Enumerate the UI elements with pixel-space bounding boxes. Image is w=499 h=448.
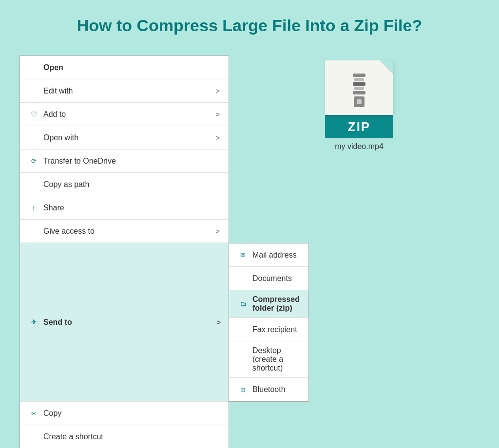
send-to-arrow: > bbox=[217, 318, 221, 326]
zip-tooth-4 bbox=[354, 87, 364, 90]
menu-label-copy: Copy bbox=[43, 409, 220, 418]
zip-tooth-3 bbox=[353, 82, 365, 86]
transfer-icon: ⟳ bbox=[29, 157, 38, 165]
zip-teeth bbox=[353, 74, 365, 94]
add-to-icon: ♡ bbox=[29, 110, 38, 119]
submenu-item-compressed[interactable]: 🗂 Compressed folder (zip) bbox=[229, 290, 308, 318]
menu-item-open[interactable]: Open bbox=[20, 56, 229, 79]
zip-label-text: ZIP bbox=[348, 119, 370, 134]
submenu: ✉ Mail address Documents 🗂 Compressed fo… bbox=[229, 243, 309, 402]
menu-item-create-shortcut[interactable]: Create a shortcut bbox=[20, 425, 229, 448]
bluetooth-icon: ⊟ bbox=[238, 386, 248, 393]
submenu-item-desktop[interactable]: Desktop (create a shortcut) bbox=[229, 341, 308, 378]
submenu-label-fax: Fax recipient bbox=[252, 325, 300, 334]
submenu-item-mail[interactable]: ✉ Mail address bbox=[229, 243, 308, 267]
page-title: How to Compress Large File Into a Zip Fi… bbox=[77, 15, 422, 36]
submenu-item-documents[interactable]: Documents bbox=[229, 267, 308, 290]
menu-label-share: Share bbox=[43, 204, 220, 212]
give-access-arrow: > bbox=[216, 227, 220, 235]
menu-item-edit-with[interactable]: Edit with > bbox=[20, 79, 229, 103]
menu-label-open: Open bbox=[43, 63, 220, 72]
zip-label-bar: ZIP bbox=[325, 115, 393, 138]
context-menu: Open Edit with > ♡ Add to > Open with > bbox=[19, 56, 229, 448]
submenu-item-bluetooth[interactable]: ⊟ Bluetooth bbox=[229, 378, 308, 401]
menu-item-give-access[interactable]: Give access to > bbox=[20, 220, 229, 243]
file-body bbox=[325, 60, 393, 115]
menu-label-open-with: Open with bbox=[43, 133, 212, 142]
submenu-label-mail: Mail address bbox=[252, 251, 300, 260]
menu-item-send-to[interactable]: ✈ Send to > bbox=[20, 243, 230, 402]
zip-inner bbox=[353, 74, 365, 107]
copy-icon: ✂ bbox=[29, 410, 38, 417]
file-corner-triangle bbox=[380, 60, 393, 74]
left-panel: Open Edit with > ♡ Add to > Open with > bbox=[19, 56, 229, 448]
menu-label-copy-as-path: Copy as path bbox=[43, 180, 220, 189]
menu-label-send-to: Send to bbox=[43, 318, 213, 327]
share-icon: ↑ bbox=[29, 204, 38, 212]
edit-with-arrow: > bbox=[216, 87, 220, 95]
menu-item-transfer[interactable]: ⟳ Transfer to OneDrive bbox=[20, 149, 229, 173]
zip-tooth-1 bbox=[353, 74, 365, 77]
context-menu-top: Open Edit with > ♡ Add to > Open with > bbox=[19, 56, 229, 448]
file-icon-container: ZIP my video.mp4 bbox=[325, 60, 393, 151]
zip-tooth-5 bbox=[353, 91, 365, 94]
menu-label-edit-with: Edit with bbox=[43, 87, 212, 95]
menu-label-create-shortcut: Create a shortcut bbox=[43, 432, 220, 441]
menu-label-give-access: Give access to bbox=[43, 227, 212, 236]
menu-item-copy-as-path[interactable]: Copy as path bbox=[20, 173, 229, 196]
file-name: my video.mp4 bbox=[335, 142, 384, 151]
mail-icon: ✉ bbox=[238, 251, 248, 259]
open-with-arrow: > bbox=[216, 134, 220, 142]
compressed-icon: 🗂 bbox=[238, 300, 248, 308]
menu-label-add-to: Add to bbox=[43, 110, 212, 119]
zip-tooth-2 bbox=[354, 78, 364, 81]
menu-item-add-to[interactable]: ♡ Add to > bbox=[20, 103, 229, 126]
zip-pull-inner bbox=[357, 99, 362, 104]
menu-label-transfer: Transfer to OneDrive bbox=[43, 157, 220, 166]
menu-item-share[interactable]: ↑ Share bbox=[20, 196, 229, 220]
submenu-label-compressed: Compressed folder (zip) bbox=[252, 295, 300, 313]
file-icon: ZIP bbox=[325, 60, 393, 138]
send-to-icon: ✈ bbox=[29, 318, 38, 326]
menu-item-copy[interactable]: ✂ Copy bbox=[20, 402, 229, 425]
submenu-item-fax[interactable]: Fax recipient bbox=[229, 318, 308, 341]
content-area: Open Edit with > ♡ Add to > Open with > bbox=[19, 56, 480, 448]
submenu-label-desktop: Desktop (create a shortcut) bbox=[252, 346, 300, 373]
right-panel: ZIP my video.mp4 bbox=[239, 56, 480, 161]
add-to-arrow: > bbox=[216, 111, 220, 118]
submenu-label-bluetooth: Bluetooth bbox=[252, 385, 300, 394]
menu-item-open-with[interactable]: Open with > bbox=[20, 126, 229, 149]
submenu-label-documents: Documents bbox=[252, 274, 300, 283]
zip-pull bbox=[354, 96, 365, 107]
